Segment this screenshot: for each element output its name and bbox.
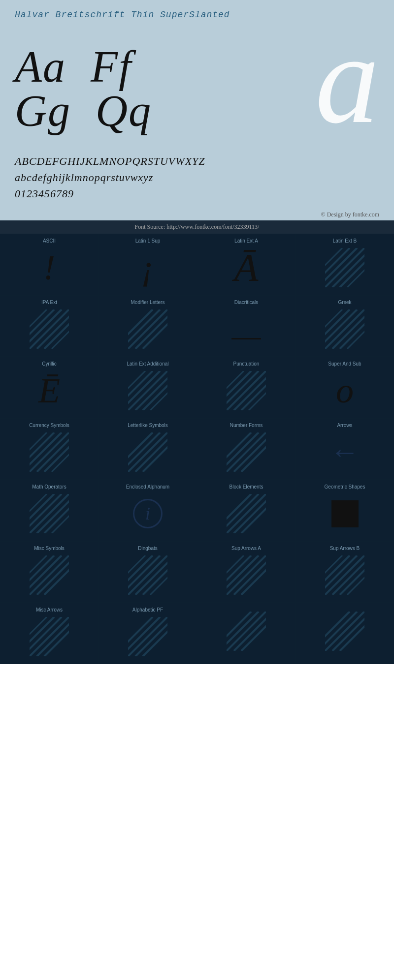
glyph-label-arrows: Arrows: [337, 423, 352, 428]
hatch-svg-punctuation: [227, 371, 266, 410]
glyph-label-suparrowsa: Sup Arrows A: [231, 546, 261, 551]
glyph-cell-enclosedalphanum: Enclosed Alphanum i: [98, 480, 197, 541]
glyph-char-arrows: ←: [330, 437, 360, 467]
hatch-svg-alphabeticpf: [128, 617, 167, 656]
glyphs-grid: ASCII ! Latin 1 Sup ¡ Latin Ext A Ā Lati…: [0, 234, 394, 664]
glyph-cell-geometricshapes: Geometric Shapes: [296, 480, 394, 541]
alphabet-lower: abcdefghijklmnopqrstuvwxyz: [15, 169, 379, 185]
glyph-label-cyrillic: Cyrillic: [42, 361, 56, 367]
circled-i-glyph: i: [133, 499, 163, 528]
glyph-label-latinexta: Latin Ext A: [234, 238, 258, 244]
glyph-image-suparrowsb: [299, 553, 391, 597]
glyph-image-miscsymbols: [3, 553, 95, 597]
glyph-label-currencysymbols: Currency Symbols: [29, 423, 69, 428]
hatch-svg-miscsymbols: [30, 555, 69, 595]
header-section: Halvar Breitschrift Thin SuperSlanted Aa…: [0, 0, 394, 148]
glyph-label-greek: Greek: [338, 300, 351, 305]
hatch-svg-miscarrows: [30, 617, 69, 656]
glyph-cell-diacriticals: Diacriticals: [197, 295, 296, 357]
glyph-cell-latinexta: Latin Ext A Ā: [197, 234, 296, 295]
glyph-label-diacriticals: Diacriticals: [234, 300, 258, 305]
glyph-cell-ipaext: IPA Ext: [0, 295, 98, 357]
specimen-block: Aa Ff Gg Qq a: [15, 30, 379, 133]
glyph-cell-greek: Greek: [296, 295, 394, 357]
digits: 0123456789: [15, 185, 379, 202]
glyph-label-numberforms: Number Forms: [230, 423, 263, 428]
glyph-image-punctuation: [200, 368, 292, 413]
alphabet-upper: ABCDEFGHIJKLMNOPQRSTUVWXYZ: [15, 153, 379, 169]
hatch-svg-extra1: [227, 612, 266, 651]
glyph-cell-modletters: Modifier Letters: [98, 295, 197, 357]
glyph-cell-superandsub: Super And Sub o: [296, 357, 394, 418]
glyph-image-suparrowsa: [200, 553, 292, 597]
source-bar: Font Source: http://www.fontke.com/font/…: [0, 220, 394, 234]
glyph-label-alphabeticpf: Alphabetic PF: [132, 607, 163, 612]
specimen-ff: Ff: [91, 45, 132, 89]
glyph-image-blockelements: [200, 491, 292, 536]
glyph-label-latin1sup: Latin 1 Sup: [135, 238, 161, 244]
glyph-image-extra1: [200, 609, 292, 653]
glyph-cell-suparrowsa: Sup Arrows A: [197, 541, 296, 603]
glyph-image-cyrillic: Ē: [3, 368, 95, 413]
hatch-svg-suparrowsa: [227, 555, 266, 595]
glyph-image-superandsub: o: [299, 368, 391, 413]
copyright: © Design by fontke.com: [0, 209, 394, 220]
glyph-char-latinexta: Ā: [234, 248, 259, 287]
glyph-label-ipaext: IPA Ext: [41, 300, 57, 305]
hatch-svg-extra2: [325, 612, 364, 651]
glyph-cell-miscsymbols: Misc Symbols: [0, 541, 98, 603]
glyph-cell-cyrillic: Cyrillic Ē: [0, 357, 98, 418]
glyph-image-dingbats: [102, 553, 194, 597]
glyph-label-modletters: Modifier Letters: [131, 300, 165, 305]
glyph-image-letterlikesymbols: [102, 430, 194, 474]
glyph-label-miscarrows: Misc Arrows: [36, 607, 63, 612]
glyph-char-cyrillic: Ē: [38, 373, 60, 408]
glyph-cell-suparrowsb: Sup Arrows B: [296, 541, 394, 603]
glyph-cell-punctuation: Punctuation: [197, 357, 296, 418]
glyph-label-mathoperators: Math Operators: [32, 484, 66, 490]
glyph-label-suparrowsb: Sup Arrows B: [330, 546, 360, 551]
glyph-image-latinextb: [299, 245, 391, 290]
glyph-cell-miscarrows: Misc Arrows: [0, 603, 98, 664]
specimen-row-2: Gg Qq: [15, 89, 315, 133]
glyph-image-enclosedaphanum: i: [102, 491, 194, 536]
hatch-svg-blockelements: [227, 494, 266, 533]
glyph-cell-latin1sup: Latin 1 Sup ¡: [98, 234, 197, 295]
glyph-cell-extra1: [197, 603, 296, 664]
hatch-svg-letterlikesymbols: [128, 432, 167, 472]
glyph-image-latinexta: Ā: [200, 245, 292, 290]
glyph-char-diacriticals: [231, 338, 261, 339]
glyph-cell-dingbats: Dingbats: [98, 541, 197, 603]
glyph-label-ascii: ASCII: [43, 238, 56, 244]
glyph-image-miscarrows: [3, 614, 95, 659]
glyph-image-currencysymbols: [3, 430, 95, 474]
glyph-image-modletters: [102, 307, 194, 351]
hatch-svg-currencysymbols: [30, 432, 69, 472]
glyph-image-latinextadd: [102, 368, 194, 413]
glyph-cell-letterlikesymbols: Letterlike Symbols: [98, 418, 197, 480]
glyph-cell-arrows: Arrows ←: [296, 418, 394, 480]
specimen-gg: Gg: [15, 89, 71, 133]
glyph-image-latin1sup: ¡: [102, 245, 194, 290]
glyph-label-punctuation: Punctuation: [233, 361, 260, 367]
specimen-row-1: Aa Ff: [15, 45, 315, 89]
glyph-label-latinextadd: Latin Ext Additional: [127, 361, 168, 367]
glyph-label-miscsymbols: Misc Symbols: [34, 546, 65, 551]
black-square-glyph: [331, 500, 359, 527]
glyph-label-latinextb: Latin Ext B: [333, 238, 357, 244]
specimen-qq: Qq: [96, 89, 152, 133]
glyph-label-enclosedaphanum: Enclosed Alphanum: [126, 484, 169, 490]
glyph-image-ipaext: [3, 307, 95, 351]
glyph-cell-extra2: [296, 603, 394, 664]
glyph-char-superandsub: o: [336, 373, 354, 408]
glyph-label-blockelements: Block Elements: [230, 484, 263, 490]
glyph-label-dingbats: Dingbats: [138, 546, 157, 551]
glyph-image-mathoperators: [3, 491, 95, 536]
glyph-image-greek: [299, 307, 391, 351]
hatch-svg-greek: [325, 309, 364, 349]
glyph-image-numberforms: [200, 430, 292, 474]
specimen-pairs: Aa Ff Gg Qq: [15, 45, 315, 133]
hatch-svg-dingbats: [128, 555, 167, 595]
specimen-aa: Aa: [15, 45, 66, 89]
hatch-svg-latinextb: [325, 248, 364, 287]
